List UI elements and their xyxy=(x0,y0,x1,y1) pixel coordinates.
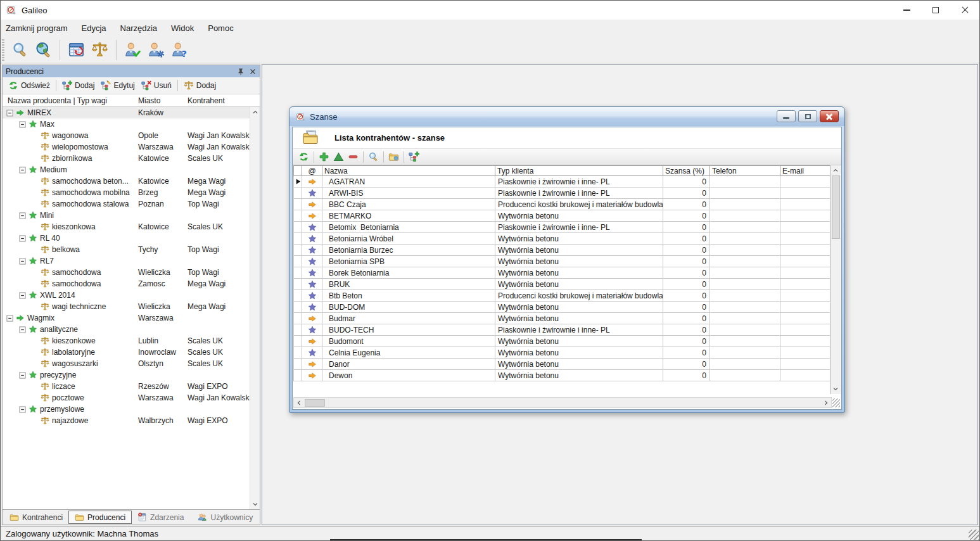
search-icon[interactable] xyxy=(368,151,379,162)
szanse-minimize-button[interactable] xyxy=(777,110,796,122)
table-row[interactable]: Betoniarnia BurzecWytwórnia betonu0 xyxy=(293,245,830,256)
szanse-restore-button[interactable] xyxy=(798,110,817,122)
scroll-up-icon[interactable] xyxy=(251,108,259,116)
table-row[interactable]: DanorWytwórnia betonu0 xyxy=(293,359,830,370)
add-producer-button[interactable]: Dodaj xyxy=(59,79,98,92)
tree-row[interactable]: RL7 xyxy=(3,255,250,267)
user-help-icon[interactable]: ? xyxy=(170,40,189,60)
table-refresh-icon[interactable] xyxy=(67,40,86,60)
close-button[interactable] xyxy=(950,1,979,20)
tree-row[interactable]: Max xyxy=(3,118,250,130)
szanse-titlebar[interactable]: Szanse xyxy=(290,107,844,126)
row-selector[interactable] xyxy=(293,176,302,188)
row-selector[interactable] xyxy=(293,324,302,336)
row-selector[interactable] xyxy=(293,267,302,279)
tree-row[interactable]: zbiornikowaKatowiceScales UK xyxy=(3,153,250,164)
row-selector[interactable] xyxy=(293,370,302,381)
row-selector[interactable] xyxy=(293,302,302,313)
global-search-icon[interactable] xyxy=(34,40,53,60)
tab-producenci[interactable]: Producenci xyxy=(68,511,132,524)
tree-row[interactable]: samochodowa beton...KatowiceMega Wagi xyxy=(3,175,250,187)
expander-icon[interactable] xyxy=(6,110,13,117)
producenci-scrollbar[interactable] xyxy=(250,107,260,509)
tree-row[interactable]: wagonowaOpoleWagi Jan Kowalski xyxy=(3,130,250,141)
table-row[interactable]: Celnia EugeniaWytwórnia betonu0 xyxy=(293,347,830,359)
tree-row[interactable]: precyzyjne xyxy=(3,369,250,381)
tree-row[interactable]: wielopomostowaWarszawaWagi Jan Kowalski xyxy=(3,141,250,153)
tree-row[interactable]: RL 40 xyxy=(3,232,250,244)
tree-row[interactable]: MIREXKraków xyxy=(3,107,250,118)
tree-row[interactable]: przemyslowe xyxy=(3,404,250,415)
table-row[interactable]: BUD-DOMWytwórnia betonu0 xyxy=(293,302,830,313)
szanse-vscrollbar[interactable] xyxy=(830,165,841,394)
row-selector[interactable] xyxy=(293,199,302,210)
tree-row[interactable]: najazdoweWalbrzychWagi EXPO xyxy=(3,415,250,426)
table-row[interactable]: BudomontWytwórnia betonu0 xyxy=(293,336,830,347)
szanse-hscrollbar[interactable] xyxy=(293,397,832,408)
row-selector[interactable] xyxy=(293,245,302,256)
menu-narzedzia[interactable]: Narzędzia xyxy=(113,21,165,35)
scroll-down-icon[interactable] xyxy=(251,500,259,508)
tab-zdarzenia[interactable]: Zdarzenia xyxy=(132,511,189,524)
expander-icon[interactable] xyxy=(19,292,26,299)
table-row[interactable]: Betoniarnia SPBWytwórnia betonu0 xyxy=(293,256,830,267)
column-kontrahent[interactable]: Kontrahent xyxy=(186,94,260,106)
column-telefon[interactable]: Telefon xyxy=(710,166,780,175)
table-row[interactable]: Betomix BetoniarniaPiaskownie i żwirowni… xyxy=(293,222,830,233)
menu-widok[interactable]: Widok xyxy=(164,21,201,35)
tree-row[interactable]: wagi techniczneWieliczkaMega Wagi xyxy=(3,301,250,312)
table-row[interactable]: BETMARKOWytwórnia betonu0 xyxy=(293,210,830,222)
refresh-icon[interactable] xyxy=(298,151,309,162)
row-selector[interactable] xyxy=(293,347,302,359)
szanse-resize-grip[interactable] xyxy=(832,398,840,407)
tree-row[interactable]: liczaceRzeszówWagi EXPO xyxy=(3,381,250,392)
tree-row[interactable]: samochodowaWieliczkaTop Wagi xyxy=(3,267,250,278)
tree-row[interactable]: wagosuszarkiOlsztynScales UK xyxy=(3,358,250,369)
scroll-left-icon[interactable] xyxy=(295,399,303,407)
delete-icon[interactable] xyxy=(348,151,359,162)
user-check-icon[interactable] xyxy=(123,40,143,60)
table-row[interactable]: BudmarWytwórnia betonu0 xyxy=(293,313,830,324)
row-selector[interactable] xyxy=(293,222,302,233)
tree-row[interactable]: Mini xyxy=(3,210,250,221)
menu-edycja[interactable]: Edycja xyxy=(75,21,113,35)
expander-icon[interactable] xyxy=(6,315,13,322)
search-icon[interactable] xyxy=(10,40,30,60)
tree-row[interactable]: samochodowaZamoscMega Wagi xyxy=(3,278,250,290)
tree-row[interactable]: Medium xyxy=(3,164,250,175)
table-row[interactable]: AGATRANPiaskownie i żwirownie i inne- PL… xyxy=(293,176,830,188)
expander-icon[interactable] xyxy=(19,372,26,379)
tree-row[interactable]: XWL 2014 xyxy=(3,290,250,301)
column-at[interactable]: @ xyxy=(302,166,322,175)
maximize-button[interactable] xyxy=(921,1,950,20)
scrollbar-thumb[interactable] xyxy=(305,399,325,407)
scales-icon[interactable] xyxy=(90,40,110,60)
menu-pomoc[interactable]: Pomoc xyxy=(201,21,240,35)
delete-producer-button[interactable]: Usuń xyxy=(138,79,175,92)
table-row[interactable]: Borek BetoniarniaWytwórnia betonu0 xyxy=(293,267,830,279)
row-selector[interactable] xyxy=(293,188,302,199)
table-row[interactable]: Btb BetonProducenci kostki brukowej i ma… xyxy=(293,290,830,302)
table-row[interactable]: ARWI-BISPiaskownie i żwirownie i inne- P… xyxy=(293,188,830,199)
expander-icon[interactable] xyxy=(19,326,26,333)
row-selector[interactable] xyxy=(293,313,302,324)
column-miasto[interactable]: Miasto xyxy=(137,94,186,106)
tree-row[interactable]: WagmixWarszawa xyxy=(3,312,250,324)
column-nazwa[interactable]: Nazwa xyxy=(322,166,495,175)
expander-icon[interactable] xyxy=(19,258,26,265)
menu-zamknij-program[interactable]: Zamknij program xyxy=(1,21,75,35)
tree-row[interactable]: analityczne xyxy=(3,324,250,335)
panel-close-icon[interactable] xyxy=(249,68,257,75)
tree-row[interactable]: samochodowa mobilnaBrzegMega Wagi xyxy=(3,187,250,198)
column-email[interactable]: E-mail xyxy=(780,166,830,175)
row-selector[interactable] xyxy=(293,256,302,267)
toolbar-grip[interactable] xyxy=(2,39,4,61)
tab-uzytkownicy[interactable]: Użytkownicy xyxy=(192,511,258,524)
szanse-close-button[interactable] xyxy=(820,110,839,122)
expander-icon[interactable] xyxy=(19,235,26,242)
row-selector[interactable] xyxy=(293,290,302,302)
table-row[interactable]: Betoniarnia WróbelWytwórnia betonu0 xyxy=(293,233,830,245)
row-selector[interactable] xyxy=(293,233,302,245)
scrollbar-thumb[interactable] xyxy=(832,175,840,239)
column-szansa[interactable]: Szansa (%) xyxy=(663,166,710,175)
